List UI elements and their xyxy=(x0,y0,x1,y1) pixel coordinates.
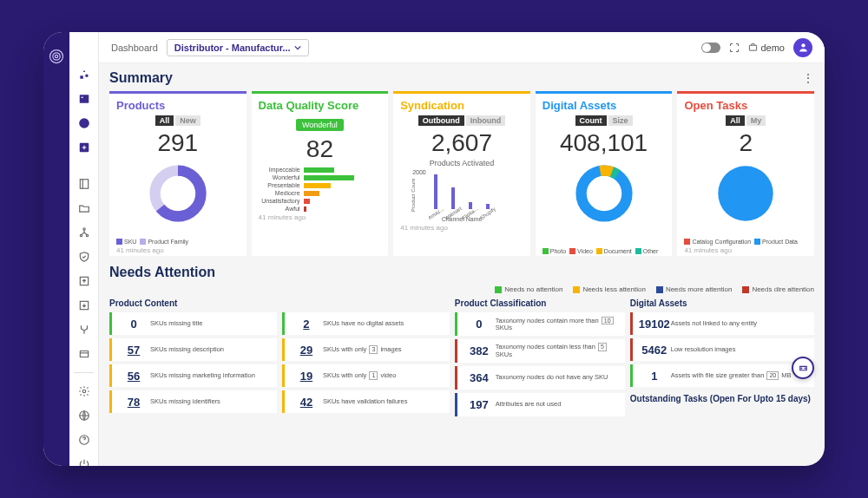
attention-item[interactable]: 56SKUs missing marketing information xyxy=(109,364,277,387)
nav-help-icon[interactable] xyxy=(75,434,94,446)
assets-donut xyxy=(542,161,666,226)
sidebar xyxy=(69,32,99,466)
legend-item: Needs dire attention xyxy=(742,285,814,293)
col-content-title: Product Content xyxy=(109,298,450,308)
synd-col: Shopify xyxy=(483,204,492,216)
svg-point-26 xyxy=(800,367,802,369)
tab-all[interactable]: All xyxy=(155,115,174,126)
chevron-down-icon xyxy=(294,44,301,51)
attention-item[interactable]: 1Assets with file size greater than 20 M… xyxy=(630,364,814,387)
attention-item[interactable]: 364Taxonomy nodes do not have any SKU xyxy=(455,366,625,390)
products-value: 291 xyxy=(116,129,240,157)
attention-row: 57SKUs missing description29SKUs with on… xyxy=(109,338,450,361)
tasks-value: 2 xyxy=(684,129,807,157)
nav-add-icon[interactable] xyxy=(75,141,94,154)
nav-chart-icon[interactable] xyxy=(75,117,94,129)
outstanding-title: Outstanding Tasks (Open For Upto 15 days… xyxy=(630,390,814,407)
nav-download-icon[interactable] xyxy=(75,299,94,311)
attention-item[interactable]: 5462Low resolution images xyxy=(630,338,814,361)
nav-tree-icon[interactable] xyxy=(75,226,94,239)
attention-item[interactable]: 2SKUs have no digital assets xyxy=(282,312,450,335)
timestamp: 41 minutes ago xyxy=(400,224,523,232)
quality-bar: Unsatisfactory xyxy=(259,198,382,204)
quality-bar: Presentable xyxy=(259,182,382,188)
context-dropdown[interactable]: Distributor - Manufactur... xyxy=(167,39,309,56)
svg-point-25 xyxy=(718,166,773,220)
attention-item[interactable]: 0SKUs missing title xyxy=(109,312,277,335)
synd-col: Flipka... xyxy=(466,202,475,216)
card-syndication: Syndication Outbound Inbound 2,607 Produ… xyxy=(393,91,530,256)
assets-value: 408,101 xyxy=(542,129,666,157)
attention-item[interactable]: 19102Assets not linked to any entity xyxy=(630,312,814,335)
attention-item[interactable]: 19SKUs with only 1 video xyxy=(282,364,450,387)
attention-row: 78SKUs missing identifiers42SKUs have va… xyxy=(109,390,450,413)
attention-row: 0SKUs missing title2SKUs have no digital… xyxy=(109,312,450,335)
svg-point-22 xyxy=(581,171,627,217)
attention-item[interactable]: 57SKUs missing description xyxy=(109,338,277,361)
nav-card-icon[interactable] xyxy=(75,348,94,360)
tab-all-tasks[interactable]: All xyxy=(726,115,745,126)
tab-outbound[interactable]: Outbound xyxy=(418,115,464,126)
attention-item[interactable]: 78SKUs missing identifiers xyxy=(109,390,277,413)
quality-bar: Mediocre xyxy=(259,190,382,196)
timestamp: 41 minutes ago xyxy=(684,246,807,254)
tab-my-tasks[interactable]: My xyxy=(746,115,766,126)
svg-rect-13 xyxy=(80,351,88,357)
attention-item[interactable]: 0Taxonomy nodes contain more than 10 SKU… xyxy=(455,312,625,336)
chat-button[interactable] xyxy=(792,357,814,379)
card-assets: Digital Assets Count Size 408,101 Photo … xyxy=(536,91,673,256)
context-dropdown-label: Distributor - Manufactur... xyxy=(174,43,291,53)
card-assets-title: Digital Assets xyxy=(542,99,666,112)
nav-book-icon[interactable] xyxy=(75,178,94,190)
svg-point-8 xyxy=(82,228,84,230)
attention-item[interactable]: 29SKUs with only 3 images xyxy=(282,338,450,361)
expand-icon[interactable] xyxy=(729,43,740,53)
svg-point-27 xyxy=(804,367,806,369)
more-icon[interactable]: ⋮ xyxy=(802,71,814,85)
attention-row: 56SKUs missing marketing information19SK… xyxy=(109,364,450,387)
theme-toggle[interactable] xyxy=(701,43,720,53)
products-donut xyxy=(116,161,240,226)
quality-bar: Wonderful xyxy=(259,174,382,180)
tab-count[interactable]: Count xyxy=(575,115,607,126)
attention-grid: Product Content 0SKUs missing title2SKUs… xyxy=(109,298,814,416)
synd-col: Amaz... xyxy=(431,174,440,216)
topbar: Dashboard Distributor - Manufactur... de… xyxy=(99,32,825,63)
timestamp: 41 minutes ago xyxy=(116,246,240,254)
svg-point-9 xyxy=(80,234,82,236)
briefcase-icon xyxy=(748,43,758,52)
card-syndication-title: Syndication xyxy=(400,99,523,112)
tab-size[interactable]: Size xyxy=(608,115,633,126)
nav-shield-icon[interactable] xyxy=(75,251,94,263)
avatar[interactable] xyxy=(793,38,812,57)
svg-point-2 xyxy=(55,55,57,57)
demo-label[interactable]: demo xyxy=(748,43,785,53)
syndication-chart: Product Count 2000 Amaz...WalmartFlipka.… xyxy=(400,169,523,216)
nav-globe-icon[interactable] xyxy=(75,410,94,422)
summary-title: Summary xyxy=(109,70,173,86)
user-icon xyxy=(798,42,809,53)
legend-item: Needs less attention xyxy=(573,285,646,293)
nav-merge-icon[interactable] xyxy=(75,324,94,336)
attention-item[interactable]: 382Taxonomy nodes contain less than 5 SK… xyxy=(455,339,625,363)
nav-settings-icon[interactable] xyxy=(75,385,94,397)
attention-item[interactable]: 42SKUs have validation failures xyxy=(282,390,450,413)
col-class-title: Product Classification xyxy=(455,298,625,308)
nav-dashboard-icon[interactable] xyxy=(75,69,94,81)
content-area: Summary ⋮ Products All New 291 SKU xyxy=(99,63,825,466)
nav-folder-icon[interactable] xyxy=(75,202,94,214)
card-products-title: Products xyxy=(116,99,240,112)
svg-point-1 xyxy=(53,53,60,60)
svg-rect-3 xyxy=(79,95,89,102)
quality-bars: ImpeccableWonderfulPresentableMediocreUn… xyxy=(259,167,382,212)
nav-products-icon[interactable] xyxy=(75,93,94,105)
nav-upload-icon[interactable] xyxy=(75,275,94,287)
svg-point-19 xyxy=(801,43,805,47)
tab-inbound[interactable]: Inbound xyxy=(466,115,506,126)
tasks-pie xyxy=(684,161,807,226)
tab-new[interactable]: New xyxy=(175,115,201,126)
svg-rect-18 xyxy=(750,45,757,50)
nav-power-icon[interactable] xyxy=(75,458,94,466)
synd-col: Walmart xyxy=(449,187,457,216)
attention-item[interactable]: 197Attributes are not used xyxy=(455,393,625,416)
